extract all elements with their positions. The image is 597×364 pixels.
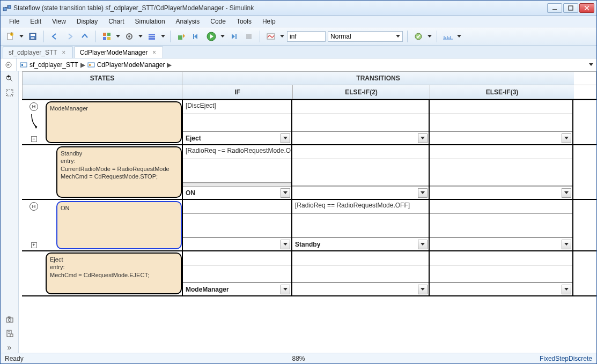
destination-cell[interactable]: ModeManager xyxy=(183,283,291,295)
state-box[interactable]: ModeManager xyxy=(46,101,182,143)
destination-cell[interactable] xyxy=(183,237,291,250)
collapse-button[interactable]: − xyxy=(31,136,37,142)
dropdown-button[interactable] xyxy=(418,133,428,143)
state-box[interactable]: Standbyentry:CurrentRadioMode = RadioReq… xyxy=(56,146,182,198)
menu-display[interactable]: Display xyxy=(72,17,102,26)
menu-analysis[interactable]: Analysis xyxy=(172,17,204,26)
dropdown-button[interactable] xyxy=(418,240,428,249)
build-button[interactable] xyxy=(175,30,188,43)
condition-cell[interactable] xyxy=(430,145,572,159)
dropdown-button[interactable] xyxy=(281,133,290,143)
status-solver[interactable]: FixedStepDiscrete xyxy=(352,355,593,362)
breadcrumb-chart[interactable]: CdPlayerModeManager xyxy=(87,61,165,69)
condition-cell[interactable] xyxy=(292,100,429,114)
close-button[interactable] xyxy=(579,3,594,13)
menu-code[interactable]: Code xyxy=(206,17,230,26)
action-cell[interactable] xyxy=(430,114,572,131)
destination-cell[interactable] xyxy=(292,131,429,144)
check-dropdown[interactable] xyxy=(427,35,432,38)
close-icon[interactable]: × xyxy=(61,49,67,56)
action-cell[interactable] xyxy=(430,159,572,186)
action-cell[interactable] xyxy=(292,265,429,283)
new-button[interactable]: + xyxy=(4,30,17,43)
breadcrumb-root[interactable]: sf_cdplayer_STT xyxy=(20,61,78,69)
explorer-dropdown[interactable] xyxy=(160,35,166,38)
ruler-dropdown[interactable] xyxy=(456,35,462,38)
destination-cell[interactable]: Eject xyxy=(183,131,291,144)
destination-cell[interactable]: ON xyxy=(183,186,291,199)
state-box[interactable]: ON xyxy=(56,201,182,249)
action-cell[interactable] xyxy=(183,214,291,237)
maximize-button[interactable] xyxy=(563,3,578,13)
ruler-button[interactable] xyxy=(441,30,454,43)
step-forward-button[interactable] xyxy=(227,30,240,43)
sim-mode-select[interactable]: Normal xyxy=(328,31,403,42)
breadcrumb-menu-button[interactable] xyxy=(586,63,596,66)
menu-view[interactable]: View xyxy=(48,17,70,26)
action-cell[interactable] xyxy=(292,114,429,131)
expand-button[interactable]: + xyxy=(31,242,37,248)
menu-chart[interactable]: Chart xyxy=(104,17,128,26)
destination-cell[interactable] xyxy=(430,237,572,250)
tab-cdplayermodemanager[interactable]: CdPlayerModeManager × xyxy=(74,46,164,58)
destination-cell[interactable] xyxy=(292,186,429,199)
scope-dropdown[interactable] xyxy=(279,35,285,38)
dropdown-button[interactable] xyxy=(281,240,290,249)
hide-nav-button[interactable] xyxy=(1,58,17,71)
destination-cell[interactable]: Standby xyxy=(292,237,429,250)
action-cell[interactable] xyxy=(430,214,572,237)
condition-cell[interactable]: [RadioReq == RadioRequestMode.OFF] xyxy=(292,200,429,214)
action-cell[interactable] xyxy=(183,114,291,131)
library-dropdown[interactable] xyxy=(115,35,121,38)
dropdown-button[interactable] xyxy=(562,188,571,198)
dropdown-button[interactable] xyxy=(562,285,571,294)
dropdown-button[interactable] xyxy=(418,285,428,294)
menu-help[interactable]: Help xyxy=(258,17,280,26)
condition-cell[interactable] xyxy=(183,200,291,214)
run-dropdown[interactable] xyxy=(220,35,225,38)
action-cell[interactable] xyxy=(183,265,291,283)
condition-cell[interactable] xyxy=(430,100,572,114)
action-cell[interactable] xyxy=(292,214,429,237)
condition-cell[interactable] xyxy=(430,251,572,265)
action-cell[interactable] xyxy=(430,265,572,283)
new-dropdown[interactable] xyxy=(19,35,24,38)
forward-button[interactable] xyxy=(63,30,76,43)
dropdown-button[interactable] xyxy=(562,240,571,249)
minimize-button[interactable] xyxy=(547,3,562,13)
destination-cell[interactable] xyxy=(430,283,572,295)
stop-time-input[interactable] xyxy=(287,31,326,42)
save-button[interactable] xyxy=(26,30,39,43)
condition-cell[interactable] xyxy=(430,200,572,214)
close-icon[interactable]: × xyxy=(151,49,157,56)
check-button[interactable] xyxy=(412,30,425,43)
condition-cell[interactable] xyxy=(292,251,429,265)
menu-edit[interactable]: Edit xyxy=(26,17,46,26)
menu-simulation[interactable]: Simulation xyxy=(131,17,169,26)
condition-cell[interactable]: [RadioReq ~= RadioRequestMode.O xyxy=(183,145,291,159)
fit-icon[interactable] xyxy=(4,87,15,98)
dropdown-button[interactable] xyxy=(281,285,290,294)
config-button[interactable] xyxy=(123,30,136,43)
library-browser-button[interactable] xyxy=(100,30,113,43)
expand-gutter-icon[interactable]: » xyxy=(4,342,15,353)
state-box[interactable]: Ejectentry:MechCmd = CdRequestMode.EJECT… xyxy=(46,252,182,294)
report-icon[interactable] xyxy=(4,328,15,339)
stop-button[interactable] xyxy=(242,30,255,43)
dropdown-button[interactable] xyxy=(418,188,428,198)
zoom-in-icon[interactable]: + xyxy=(4,73,15,84)
action-cell[interactable] xyxy=(292,159,429,186)
step-back-button[interactable] xyxy=(190,30,203,43)
condition-cell[interactable] xyxy=(183,251,291,265)
destination-cell[interactable] xyxy=(430,186,572,199)
config-dropdown[interactable] xyxy=(138,35,143,38)
condition-cell[interactable]: [DiscEject] xyxy=(183,100,291,114)
back-button[interactable] xyxy=(48,30,61,43)
dropdown-button[interactable] xyxy=(281,188,290,198)
model-explorer-button[interactable] xyxy=(145,30,158,43)
camera-icon[interactable] xyxy=(4,314,15,325)
condition-cell[interactable] xyxy=(292,145,429,159)
menu-tools[interactable]: Tools xyxy=(232,17,256,26)
scope-button[interactable] xyxy=(264,30,277,43)
destination-cell[interactable] xyxy=(292,283,429,295)
